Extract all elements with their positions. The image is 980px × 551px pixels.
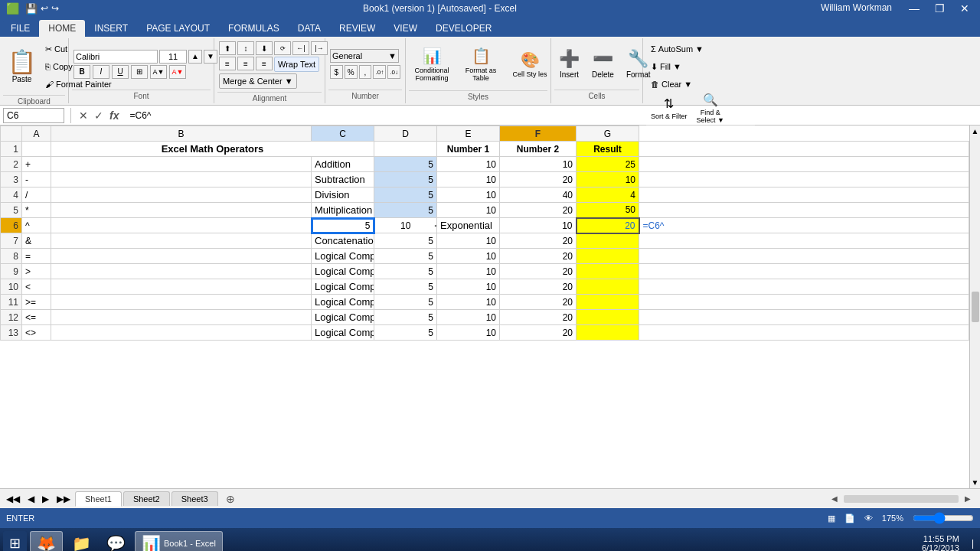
cell-f6[interactable]: 10 [500, 218, 577, 233]
cell-c7[interactable]: Concatenation [312, 233, 374, 249]
tab-file[interactable]: FILE [3, 20, 38, 37]
col-header-a[interactable]: A [22, 126, 51, 142]
font-color-button[interactable]: A▼ [169, 65, 186, 79]
cell-e11[interactable]: 10 [437, 295, 500, 310]
cell-a12[interactable]: <= [22, 310, 51, 325]
delete-button[interactable]: ➖ Delete [589, 43, 617, 86]
cell-b2[interactable] [51, 157, 312, 172]
cell-e9[interactable]: 10 [437, 264, 500, 279]
sheet-tab-sheet1[interactable]: Sheet1 [75, 491, 122, 507]
cell-a7[interactable]: & [22, 233, 51, 249]
insert-button[interactable]: ➕ Insert [556, 43, 583, 86]
cell-g8[interactable] [577, 249, 639, 264]
cell-c6[interactable]: 5 [312, 218, 374, 233]
cell-f10[interactable]: 20 [500, 279, 577, 295]
cell-e13[interactable]: 10 [437, 325, 500, 341]
cell-c12[interactable]: Logical Comparison (less than or equal t… [312, 310, 374, 325]
taskbar-excel[interactable]: 📊 Book1 - Excel [135, 531, 223, 551]
cell-h12[interactable] [639, 310, 969, 325]
cell-a5[interactable]: * [22, 203, 51, 218]
tab-data[interactable]: DATA [289, 20, 330, 37]
horizontal-scroll-left[interactable]: ◀ [831, 494, 838, 503]
cell-c4[interactable]: Division [312, 187, 374, 203]
cell-a1[interactable] [22, 142, 51, 157]
tab-page-layout[interactable]: PAGE LAYOUT [137, 20, 219, 37]
cell-e8[interactable]: 10 [437, 249, 500, 264]
cell-g6[interactable]: 20 [577, 218, 639, 233]
paste-button[interactable]: 📋 Paste [5, 47, 39, 86]
cell-f12[interactable]: 20 [500, 310, 577, 325]
cell-d8[interactable]: 5 [374, 249, 437, 264]
cell-f9[interactable]: 20 [500, 264, 577, 279]
cell-d9[interactable]: 5 [374, 264, 437, 279]
cell-e7[interactable]: 10 [437, 233, 500, 249]
taskbar-firefox[interactable]: 🦊 [30, 531, 63, 551]
cell-d6[interactable]: 10 ✛ [374, 218, 437, 233]
name-box[interactable]: C6 [3, 108, 64, 123]
cell-h9[interactable] [639, 264, 969, 279]
show-desktop-button[interactable]: | [969, 538, 977, 549]
cell-e3[interactable]: 10 [437, 172, 500, 187]
cell-a3[interactable]: - [22, 172, 51, 187]
insert-function-button[interactable]: fx [108, 109, 120, 122]
cell-c2[interactable]: Addition [312, 157, 374, 172]
taskbar-skype[interactable]: 💬 [100, 531, 132, 551]
cell-b11[interactable] [51, 295, 312, 310]
align-center-button[interactable]: ≡ [237, 57, 254, 70]
taskbar-explorer[interactable]: 📁 [66, 531, 97, 551]
cell-d12[interactable]: 5 [374, 310, 437, 325]
cell-a10[interactable]: < [22, 279, 51, 295]
cell-f4[interactable]: 40 [500, 187, 577, 203]
cell-g13[interactable] [577, 325, 639, 341]
cell-g2[interactable]: 25 [577, 157, 639, 172]
sheet-tab-nav-left[interactable]: ◀◀ [3, 494, 23, 504]
cell-f2[interactable]: 10 [500, 157, 577, 172]
cell-g5[interactable]: 50 [577, 203, 639, 218]
cell-a13[interactable]: <> [22, 325, 51, 341]
text-direction-button[interactable]: ⟳ [274, 41, 291, 55]
cell-h2[interactable] [639, 157, 969, 172]
font-name-input[interactable] [74, 50, 158, 64]
cell-b5[interactable] [51, 203, 312, 218]
cell-f3[interactable]: 20 [500, 172, 577, 187]
restore-button[interactable]: ❐ [930, 2, 949, 15]
cell-g12[interactable] [577, 310, 639, 325]
cell-g11[interactable] [577, 295, 639, 310]
decimal-dec-button[interactable]: .0↓ [387, 65, 400, 79]
cell-b1[interactable]: Excel Math Operators [51, 142, 374, 157]
cell-h13[interactable] [639, 325, 969, 341]
cell-f5[interactable]: 20 [500, 203, 577, 218]
col-header-d[interactable]: D [374, 126, 437, 142]
cell-b4[interactable] [51, 187, 312, 203]
cell-d4[interactable]: 5 [374, 187, 437, 203]
cell-c11[interactable]: Logical Comparison (greater than or equa… [312, 295, 374, 310]
wrap-text-button[interactable]: Wrap Text [274, 57, 319, 72]
cell-a11[interactable]: >= [22, 295, 51, 310]
cell-h8[interactable] [639, 249, 969, 264]
cell-d1[interactable]: Number 1 [437, 142, 500, 157]
col-header-f[interactable]: F [500, 126, 577, 142]
view-layout-button[interactable]: 📄 [844, 514, 855, 523]
tab-view[interactable]: VIEW [384, 20, 426, 37]
tab-home[interactable]: HOME [39, 20, 85, 37]
cell-b13[interactable] [51, 325, 312, 341]
align-bottom-button[interactable]: ⬇ [256, 41, 273, 55]
cell-c1[interactable] [374, 142, 437, 157]
comma-button[interactable]: , [359, 65, 372, 79]
close-button[interactable]: ✕ [956, 2, 974, 15]
indent-dec-button[interactable]: ←| [292, 41, 309, 55]
cell-e6[interactable]: Exponential [437, 218, 500, 233]
font-size-input[interactable] [159, 50, 187, 64]
cell-e1[interactable]: Number 2 [500, 142, 577, 157]
cell-b10[interactable] [51, 279, 312, 295]
col-header-g[interactable]: G [577, 126, 639, 142]
cell-e12[interactable]: 10 [437, 310, 500, 325]
cell-h11[interactable] [639, 295, 969, 310]
align-top-button[interactable]: ⬆ [219, 41, 236, 55]
align-middle-button[interactable]: ↕ [237, 41, 254, 55]
currency-button[interactable]: $ [330, 65, 343, 79]
cell-e5[interactable]: 10 [437, 203, 500, 218]
conditional-formatting-button[interactable]: 📊 Conditional Formatting [410, 41, 453, 87]
fill-color-button[interactable]: A▼ [150, 65, 167, 79]
underline-button[interactable]: U [112, 65, 129, 79]
